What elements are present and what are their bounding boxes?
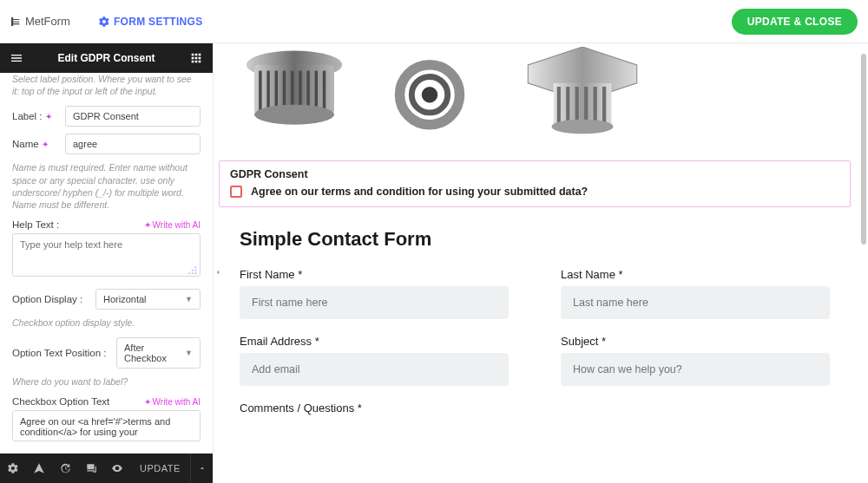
svg-point-17 bbox=[254, 105, 334, 125]
helptext-label-row: Help Text : ✦ Write with AI bbox=[12, 219, 201, 230]
gdpr-consent-widget[interactable]: GDPR Consent Agree on our terms and cond… bbox=[219, 160, 851, 207]
contact-form-heading: Simple Contact Form bbox=[240, 228, 851, 251]
email-input[interactable] bbox=[240, 353, 509, 386]
hamburger-icon[interactable] bbox=[9, 50, 24, 66]
option-textpos-select[interactable]: After Checkbox ▼ bbox=[116, 337, 201, 369]
position-help-text: Select label position. Where you want to… bbox=[12, 73, 201, 97]
option-display-select[interactable]: Horizontal ▼ bbox=[95, 289, 201, 310]
checkbox-option-label: Checkbox Option Text bbox=[12, 396, 109, 407]
sidebar-body: Select label position. Where you want to… bbox=[0, 73, 213, 454]
helptext-textarea-wrap bbox=[12, 233, 201, 278]
contact-form-section: Simple Contact Form First Name * Last Na… bbox=[219, 228, 856, 414]
name-row: Name ✦ bbox=[12, 134, 201, 154]
svg-point-20 bbox=[422, 87, 437, 102]
svg-point-1 bbox=[192, 272, 194, 274]
option-display-help: Checkbox option display style. bbox=[12, 317, 201, 329]
subject-field: Subject * bbox=[561, 335, 830, 386]
form-settings-button[interactable]: FORM SETTINGS bbox=[98, 16, 203, 28]
checkbox-option-label-row: Checkbox Option Text ✦ Write with AI bbox=[12, 396, 201, 407]
responsive-icon[interactable] bbox=[78, 454, 104, 483]
option-display-label: Option Display : bbox=[12, 294, 95, 304]
canvas-scrollbar-thumb[interactable] bbox=[861, 54, 866, 245]
helptext-textarea[interactable] bbox=[12, 233, 201, 277]
product-images-row bbox=[219, 47, 856, 147]
helptext-label: Help Text : bbox=[12, 219, 59, 230]
label-input[interactable] bbox=[65, 106, 201, 127]
sidebar-panel: Edit GDPR Consent Select label position.… bbox=[0, 43, 214, 483]
subject-input[interactable] bbox=[561, 353, 830, 386]
name-help-text: Name is must required. Enter name withou… bbox=[12, 161, 201, 211]
sidebar-title: Edit GDPR Consent bbox=[24, 52, 188, 64]
editor-canvas[interactable]: GDPR Consent Agree on our terms and cond… bbox=[214, 43, 868, 483]
label-row: Label : ✦ bbox=[12, 106, 201, 127]
first-name-label: First Name * bbox=[240, 268, 509, 281]
gdpr-widget-title: GDPR Consent bbox=[230, 168, 839, 180]
sidebar-footer: UPDATE bbox=[0, 454, 213, 483]
email-label: Email Address * bbox=[240, 335, 509, 348]
first-name-field: First Name * bbox=[240, 268, 509, 319]
label-field-label: Label : ✦ bbox=[12, 111, 65, 121]
update-button[interactable]: UPDATE bbox=[130, 463, 190, 473]
svg-point-3 bbox=[192, 270, 194, 271]
ai-spark-icon[interactable]: ✦ bbox=[42, 140, 49, 149]
gdpr-option-row: Agree on our terms and condition for usi… bbox=[230, 186, 839, 198]
email-field: Email Address * bbox=[240, 335, 509, 386]
svg-point-0 bbox=[188, 272, 190, 274]
svg-point-2 bbox=[194, 272, 196, 274]
grid-icon[interactable] bbox=[188, 50, 204, 66]
settings-icon[interactable] bbox=[0, 454, 26, 483]
last-name-field: Last Name * bbox=[561, 268, 830, 319]
svg-point-5 bbox=[194, 266, 196, 268]
product-image bbox=[500, 47, 665, 147]
last-name-label: Last Name * bbox=[561, 268, 830, 281]
option-textpos-help: Where do you want to label? bbox=[12, 375, 201, 388]
write-with-ai-button[interactable]: ✦ Write with AI bbox=[144, 220, 201, 230]
last-name-input[interactable] bbox=[561, 286, 830, 319]
chevron-down-icon: ▼ bbox=[185, 295, 193, 304]
write-with-ai-button[interactable]: ✦ Write with AI bbox=[144, 397, 201, 407]
navigator-icon[interactable] bbox=[26, 454, 52, 483]
gear-icon bbox=[98, 16, 110, 28]
contact-form-grid: First Name * Last Name * Email Address *… bbox=[240, 268, 830, 414]
option-textpos-row: Option Text Position : After Checkbox ▼ bbox=[12, 337, 201, 369]
svg-point-4 bbox=[194, 270, 196, 271]
resize-handle-icon[interactable] bbox=[185, 263, 197, 275]
option-display-value: Horizontal bbox=[103, 294, 147, 304]
comments-label: Comments / Questions * bbox=[240, 401, 830, 414]
chevron-down-icon: ▼ bbox=[185, 349, 193, 357]
comments-field: Comments / Questions * bbox=[240, 401, 830, 414]
name-field-label: Name ✦ bbox=[12, 139, 65, 149]
option-textpos-value: After Checkbox bbox=[124, 343, 185, 363]
product-image bbox=[365, 47, 495, 147]
update-options-caret[interactable] bbox=[190, 454, 213, 483]
svg-point-29 bbox=[551, 120, 613, 134]
preview-icon[interactable] bbox=[104, 454, 130, 483]
canvas-scrollbar-track bbox=[859, 49, 868, 478]
sidebar-header: Edit GDPR Consent bbox=[0, 43, 213, 73]
first-name-input[interactable] bbox=[240, 286, 509, 319]
ai-spark-icon[interactable]: ✦ bbox=[45, 112, 52, 121]
option-textpos-label: Option Text Position : bbox=[12, 348, 116, 358]
name-input[interactable] bbox=[65, 134, 201, 154]
history-icon[interactable] bbox=[52, 454, 78, 483]
checkbox-option-textarea[interactable]: Agree on our <a href='#'>terms and condi… bbox=[12, 410, 201, 441]
gdpr-checkbox[interactable] bbox=[230, 186, 242, 198]
form-settings-label: FORM SETTINGS bbox=[114, 16, 203, 28]
canvas-wrap: GDPR Consent Agree on our terms and cond… bbox=[214, 43, 868, 483]
option-display-row: Option Display : Horizontal ▼ bbox=[12, 289, 201, 310]
main-area: Edit GDPR Consent Select label position.… bbox=[0, 43, 868, 483]
topbar-left: MetForm FORM SETTINGS bbox=[10, 14, 203, 29]
top-bar: MetForm FORM SETTINGS UPDATE & CLOSE bbox=[0, 0, 868, 43]
gdpr-option-text: Agree on our terms and condition for usi… bbox=[251, 186, 588, 198]
brand-name: MetForm bbox=[25, 15, 70, 28]
subject-label: Subject * bbox=[561, 335, 830, 348]
elementor-logo-icon[interactable] bbox=[10, 14, 18, 29]
update-and-close-button[interactable]: UPDATE & CLOSE bbox=[732, 9, 858, 35]
product-image bbox=[229, 47, 359, 147]
